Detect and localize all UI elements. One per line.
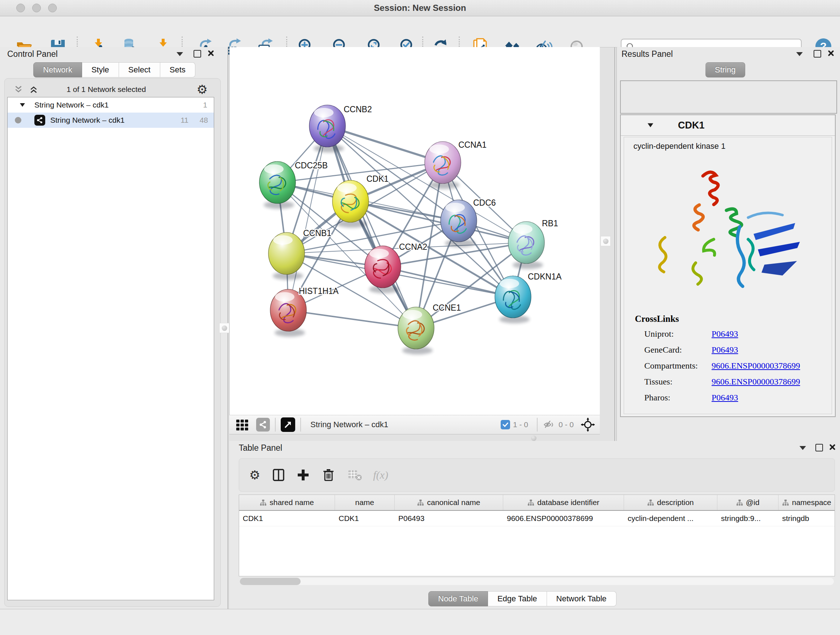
crosslink-row: Pharos:P06493	[644, 393, 832, 402]
tab-edge-table[interactable]: Edge Table	[488, 591, 547, 606]
collapse-all-icon[interactable]	[14, 85, 23, 94]
edge-HIST1H1A-CCNE1[interactable]	[288, 310, 416, 328]
table-cell[interactable]: 9606.ENSP00000378699	[503, 511, 624, 526]
node-CDKN1A[interactable]	[495, 276, 531, 323]
results-panel-menu-icon[interactable]	[796, 52, 803, 56]
delete-table-icon	[347, 469, 362, 481]
network-share-view-icon[interactable]	[256, 418, 270, 432]
table-cell[interactable]: P06493	[395, 511, 503, 526]
table-cell[interactable]: CDK1	[239, 511, 335, 526]
crosslink-label: Compartments:	[644, 361, 712, 371]
detach-view-icon[interactable]	[281, 417, 295, 432]
column-header-canonical-name[interactable]: canonical name	[395, 495, 503, 510]
node-CCNB1[interactable]	[268, 233, 305, 280]
table-panel-menu-icon[interactable]	[799, 446, 806, 450]
show-columns-icon[interactable]	[272, 468, 286, 482]
tab-network-table[interactable]: Network Table	[547, 591, 616, 606]
control-panel-close-icon[interactable]	[207, 50, 214, 57]
toolbar-divider	[300, 418, 301, 432]
crosslink-value[interactable]: P06493	[712, 329, 738, 339]
network-graph[interactable]: CCNB2CCNA1CDC25BCDK1CDC6RB1CCNB1CCNA2CDK…	[229, 47, 600, 415]
column-header-description[interactable]: description	[624, 495, 717, 510]
column-header-name[interactable]: name	[335, 495, 395, 510]
column-header--id[interactable]: @id	[717, 495, 778, 510]
column-type-icon	[417, 499, 424, 506]
node-HIST1H1A[interactable]	[270, 289, 306, 337]
protein-structure-image	[645, 156, 812, 312]
add-column-icon[interactable]	[296, 468, 310, 482]
results-panel-close-icon[interactable]	[827, 50, 834, 57]
table-panel-float-icon[interactable]	[815, 444, 823, 451]
tab-select[interactable]: Select	[119, 62, 160, 78]
crosslink-value[interactable]: P06493	[712, 345, 738, 355]
crosslink-row: Compartments:9606.ENSP00000378699	[644, 361, 832, 371]
column-header-database-identifier[interactable]: database identifier	[503, 495, 624, 510]
network-collection-count: 1	[203, 101, 207, 109]
table-cell[interactable]: cyclin-dependent ...	[624, 511, 717, 526]
node-CCNE1[interactable]	[398, 307, 434, 355]
network-list: String Network – cdk1 1 String Network –…	[7, 97, 214, 600]
tab-node-table[interactable]: Node Table	[428, 591, 488, 606]
pan-crosshair-icon[interactable]	[580, 417, 595, 432]
column-type-icon	[260, 499, 267, 506]
network-edge-count: 48	[200, 116, 208, 125]
tab-network[interactable]: Network	[33, 62, 82, 78]
edge-CCNB2-CCNE1[interactable]	[327, 126, 416, 328]
control-panel-float-icon[interactable]	[194, 50, 201, 57]
crosslink-value[interactable]: 9606.ENSP00000378699	[712, 377, 800, 386]
node-CCNB2[interactable]	[309, 105, 346, 152]
node-CDC6[interactable]	[441, 200, 477, 247]
edge-CCNA2-CDKN1A[interactable]	[383, 267, 513, 297]
crosslink-value[interactable]: 9606.ENSP00000378699	[712, 361, 800, 371]
column-header-namespace[interactable]: namespace	[778, 495, 835, 510]
network-row[interactable]: String Network – cdk1 11 48	[8, 112, 214, 128]
control-panel-menu-icon[interactable]	[177, 52, 183, 56]
results-panel-float-icon[interactable]	[813, 50, 821, 57]
node-CDC25B[interactable]	[259, 162, 295, 209]
tab-style[interactable]: Style	[82, 62, 119, 78]
left-splitter-handle[interactable]	[219, 323, 229, 333]
node-table[interactable]: shared namenamecanonical namedatabase id…	[239, 494, 835, 576]
selected-checkbox-icon[interactable]	[501, 420, 510, 429]
crosslink-row: Uniprot:P06493	[644, 329, 832, 339]
network-edges[interactable]	[278, 126, 526, 328]
gene-collapse-icon[interactable]	[647, 122, 654, 129]
expand-all-icon[interactable]	[29, 85, 38, 94]
horizontal-splitter-handle[interactable]	[531, 435, 537, 441]
network-collection-row[interactable]: String Network – cdk1 1	[8, 97, 214, 112]
delete-column-icon[interactable]	[322, 468, 335, 482]
status-bar: Memory	[0, 609, 840, 635]
column-header-shared-name[interactable]: shared name	[239, 495, 335, 510]
table-hscrollbar[interactable]	[240, 578, 834, 585]
crosslink-value[interactable]: P06493	[712, 393, 738, 402]
network-row-label: String Network – cdk1	[50, 116, 125, 125]
node-label-CDC25B: CDC25B	[295, 161, 328, 170]
table-cell[interactable]: stringdb	[778, 511, 835, 526]
table-cell[interactable]: stringdb:9...	[717, 511, 778, 526]
grid-view-icon[interactable]	[235, 417, 249, 432]
tab-string[interactable]: String	[706, 62, 745, 78]
table-options-gear-icon[interactable]: ⚙	[249, 469, 260, 481]
table-panel-close-icon[interactable]	[829, 443, 836, 451]
column-header-label: namespace	[792, 498, 831, 507]
table-cell[interactable]: CDK1	[335, 511, 395, 526]
right-splitter-handle[interactable]	[600, 236, 611, 246]
node-CCNA1[interactable]	[425, 141, 461, 189]
table-hscrollbar-thumb[interactable]	[240, 578, 301, 585]
node-RB1[interactable]	[508, 222, 545, 269]
crosslink-label: Uniprot:	[644, 329, 712, 339]
function-builder-icon: f(x)	[373, 469, 388, 481]
gene-header-row[interactable]: CDK1	[621, 115, 835, 136]
crosslinks-title: CrossLinks	[635, 314, 832, 324]
gene-description: cyclin-dependent kinase 1	[633, 141, 832, 151]
column-header-label: description	[657, 498, 694, 507]
table-row[interactable]: CDK1CDK1P064939606.ENSP00000378699cyclin…	[239, 511, 835, 526]
column-header-label: @id	[746, 498, 760, 507]
network-options-gear-icon[interactable]: ⚙	[197, 83, 208, 96]
tree-expand-icon[interactable]	[19, 102, 26, 108]
tab-sets[interactable]: Sets	[160, 62, 195, 78]
node-CDK1[interactable]	[332, 180, 369, 228]
control-panel: Control Panel NetworkStyleSelectSets 1 o…	[0, 47, 228, 609]
hidden-items-icon	[543, 418, 556, 431]
node-label-CDK1: CDK1	[366, 174, 388, 184]
